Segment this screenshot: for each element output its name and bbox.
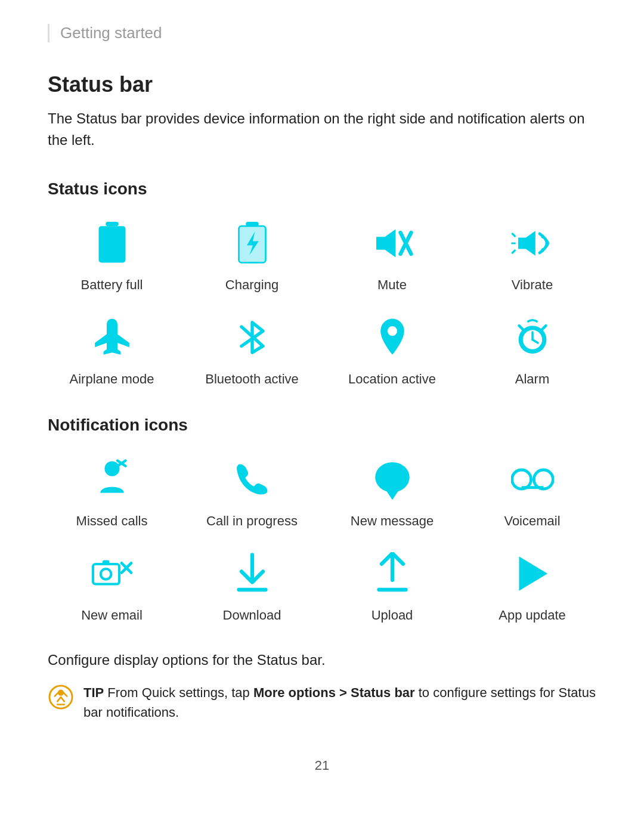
new-message-label: New message [351, 513, 434, 529]
svg-line-18 [519, 326, 524, 331]
mute-label: Mute [377, 277, 407, 293]
tip-text: TIP From Quick settings, tap More option… [83, 683, 596, 722]
notification-icons-heading: Notification icons [48, 416, 596, 435]
voicemail-icon [506, 453, 559, 506]
svg-rect-30 [103, 561, 109, 565]
bluetooth-icon [225, 311, 279, 364]
svg-point-29 [100, 569, 111, 580]
call-in-progress-label: Call in progress [206, 513, 298, 529]
alarm-label: Alarm [515, 371, 549, 387]
svg-line-12 [512, 250, 515, 253]
airplane-icon [85, 311, 139, 364]
list-item: Call in progress [188, 453, 316, 529]
download-icon [225, 547, 279, 600]
new-email-label: New email [81, 608, 143, 623]
svg-marker-24 [386, 490, 399, 500]
svg-rect-0 [106, 222, 119, 226]
list-item: Charging [188, 216, 316, 293]
upload-icon [366, 547, 419, 600]
list-item: Vibrate [468, 216, 596, 293]
svg-line-41 [63, 693, 67, 696]
location-label: Location active [348, 371, 436, 387]
list-item: New message [328, 453, 456, 529]
list-item: Battery full [48, 216, 176, 293]
battery-full-icon [85, 216, 139, 270]
upload-label: Upload [371, 608, 413, 623]
download-label: Download [223, 608, 281, 623]
battery-full-label: Battery full [81, 277, 143, 293]
page-title: Status bar [48, 72, 596, 97]
svg-rect-28 [93, 564, 119, 584]
alarm-icon [506, 311, 559, 364]
page-number: 21 [48, 758, 596, 773]
svg-marker-6 [376, 230, 395, 258]
new-email-icon [85, 547, 139, 600]
svg-marker-37 [519, 556, 547, 591]
app-update-label: App update [499, 608, 566, 623]
missed-calls-icon [85, 453, 139, 506]
list-item: Missed calls [48, 453, 176, 529]
tip-text-before: From Quick settings, tap [104, 685, 253, 700]
charging-label: Charging [225, 277, 278, 293]
breadcrumb: Getting started [48, 24, 596, 42]
configure-description: Configure display options for the Status… [48, 652, 596, 668]
svg-line-43 [61, 697, 64, 701]
svg-marker-9 [518, 231, 535, 256]
vibrate-icon [506, 216, 559, 270]
svg-point-13 [387, 326, 397, 336]
list-item: Download [188, 547, 316, 623]
tip-bold: More options > Status bar [253, 685, 415, 700]
svg-line-40 [55, 693, 58, 696]
svg-line-42 [57, 697, 61, 701]
location-icon [366, 311, 419, 364]
list-item: Location active [328, 311, 456, 387]
app-update-icon [506, 547, 559, 600]
charging-icon [225, 216, 279, 270]
tip-label: TIP [83, 685, 104, 700]
bluetooth-label: Bluetooth active [205, 371, 299, 387]
list-item: App update [468, 547, 596, 623]
tip-block: TIP From Quick settings, tap More option… [48, 683, 596, 722]
list-item: Bluetooth active [188, 311, 316, 387]
list-item: Mute [328, 216, 456, 293]
missed-calls-label: Missed calls [76, 513, 148, 529]
list-item: New email [48, 547, 176, 623]
status-icons-grid: Battery full Charging Mute [48, 216, 596, 387]
voicemail-label: Voicemail [504, 513, 560, 529]
airplane-label: Airplane mode [70, 371, 154, 387]
mute-icon [366, 216, 419, 270]
vibrate-label: Vibrate [512, 277, 553, 293]
svg-rect-1 [98, 226, 125, 262]
svg-line-10 [512, 234, 515, 236]
svg-point-23 [375, 462, 410, 492]
svg-point-20 [104, 461, 119, 476]
list-item: Upload [328, 547, 456, 623]
list-item: Airplane mode [48, 311, 176, 387]
svg-line-19 [540, 326, 546, 331]
svg-rect-27 [521, 486, 543, 489]
list-item: Voicemail [468, 453, 596, 529]
tip-icon [48, 684, 74, 716]
call-in-progress-icon [225, 453, 279, 506]
status-icons-heading: Status icons [48, 179, 596, 199]
notification-icons-grid: Missed calls Call in progress New messag… [48, 453, 596, 623]
list-item: Alarm [468, 311, 596, 387]
new-message-icon [366, 453, 419, 506]
section-description: The Status bar provides device informati… [48, 108, 596, 151]
